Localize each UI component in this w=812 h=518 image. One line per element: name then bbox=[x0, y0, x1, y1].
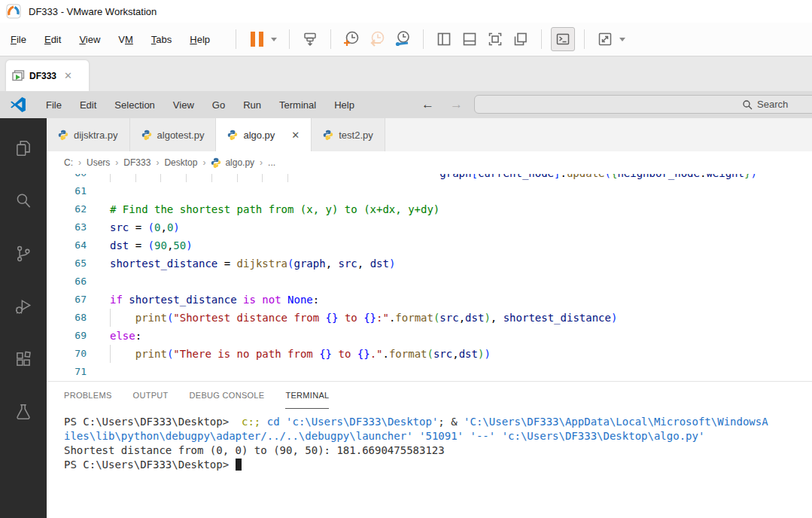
code-line-text bbox=[110, 363, 812, 381]
terminal-text bbox=[260, 416, 266, 428]
breadcrumb-item-C[interactable]: C: bbox=[64, 157, 73, 168]
terminal-text bbox=[413, 430, 419, 442]
terminal[interactable]: PS C:\Users\DF333\Desktop> c:; cd 'c:\Us… bbox=[47, 409, 812, 472]
vscode-menu-terminal[interactable]: Terminal bbox=[270, 99, 325, 111]
unity-mode-icon bbox=[512, 30, 530, 48]
show-thumbnail-bar-button[interactable] bbox=[458, 28, 481, 50]
breadcrumb-item-Desktop[interactable]: Desktop bbox=[164, 157, 197, 168]
activity-source-control-button[interactable] bbox=[5, 236, 41, 272]
panel-tab-problems[interactable]: PROBLEMS bbox=[64, 382, 112, 409]
code-token: update bbox=[567, 174, 605, 179]
panel-tab-debug-console[interactable]: DEBUG CONSOLE bbox=[190, 382, 265, 409]
send-ctrl-alt-del-button[interactable] bbox=[299, 28, 321, 50]
code-token: if bbox=[110, 294, 123, 306]
vscode-menu-run[interactable]: Run bbox=[234, 99, 270, 111]
tab-close-icon[interactable]: ✕ bbox=[291, 130, 300, 141]
code-token: = bbox=[217, 257, 236, 270]
code-token: dst bbox=[459, 348, 478, 360]
python-icon bbox=[58, 130, 68, 140]
indent-guide bbox=[135, 174, 136, 182]
indent-guide bbox=[186, 174, 187, 182]
code-token: = bbox=[129, 221, 147, 233]
terminal-cursor bbox=[236, 459, 242, 471]
console-view-button[interactable] bbox=[551, 27, 575, 51]
code-token: ) bbox=[186, 239, 192, 251]
panel-tab-terminal[interactable]: TERMINAL bbox=[285, 382, 329, 409]
toolbar-separator bbox=[584, 29, 585, 49]
vscode-menu-selection[interactable]: Selection bbox=[105, 99, 163, 111]
unity-mode-button[interactable] bbox=[509, 28, 532, 50]
show-library-button[interactable] bbox=[433, 28, 455, 50]
pause-dropdown-caret[interactable] bbox=[271, 38, 277, 41]
vmware-menu-edit[interactable]: Edit bbox=[44, 34, 61, 45]
vscode-logo-icon bbox=[10, 96, 26, 113]
indent-guide bbox=[110, 174, 111, 182]
code-token: 50 bbox=[173, 239, 186, 251]
terminal-text: 'c:\Users\DF333\Desktop' bbox=[286, 416, 438, 428]
line-number: 67 bbox=[47, 291, 87, 309]
breadcrumb-item-DF333[interactable]: DF333 bbox=[123, 157, 151, 168]
line-number: 71 bbox=[47, 363, 87, 381]
terminal-text: '--' bbox=[470, 430, 495, 442]
activity-search-button[interactable] bbox=[5, 183, 41, 219]
editor-tab-label: test2.py bbox=[339, 130, 373, 141]
terminal-text: ; & bbox=[438, 416, 464, 428]
code-line: 61 bbox=[47, 182, 812, 200]
indent-guide bbox=[211, 174, 212, 182]
vscode-menu-go[interactable]: Go bbox=[203, 99, 234, 111]
fullscreen-dropdown-caret[interactable] bbox=[619, 38, 625, 41]
command-center-search[interactable]: Search bbox=[474, 95, 812, 114]
take-snapshot-button[interactable] bbox=[340, 28, 363, 50]
ctrl-alt-del-icon bbox=[301, 30, 319, 48]
breadcrumb-label: Desktop bbox=[164, 157, 197, 168]
panel-tab-output[interactable]: OUTPUT bbox=[133, 382, 169, 409]
code-line-text: else: bbox=[110, 327, 812, 345]
vm-tab-df333[interactable]: DF333 ✕ bbox=[6, 60, 89, 91]
vmware-menu-vm[interactable]: VM bbox=[118, 34, 133, 45]
activity-extensions-button[interactable] bbox=[5, 341, 41, 377]
line-number: 66 bbox=[47, 273, 87, 291]
code-token: not bbox=[262, 294, 281, 306]
editor-tab-test2.py[interactable]: test2.py bbox=[312, 118, 385, 151]
fullscreen-mode-button[interactable] bbox=[484, 28, 506, 50]
activity-testing-button[interactable] bbox=[5, 394, 41, 430]
code-token: {} bbox=[363, 312, 376, 324]
nav-forward-button[interactable]: → bbox=[450, 91, 463, 118]
editor-tab-algotest.py[interactable]: algotest.py bbox=[130, 118, 217, 151]
breadcrumb-item-Users[interactable]: Users bbox=[87, 157, 110, 168]
code-line: 67if shortest_distance is not None: bbox=[47, 291, 812, 309]
vscode-menubar: FileEditSelectionViewGoRunTerminalHelp bbox=[37, 99, 363, 111]
code-token: format bbox=[389, 348, 427, 360]
vmware-menu-tabs[interactable]: Tabs bbox=[151, 34, 172, 45]
line-number: 68 bbox=[47, 309, 87, 327]
editor-tab-dijsktra.py[interactable]: dijsktra.py bbox=[47, 118, 130, 151]
vscode-menu-view[interactable]: View bbox=[164, 99, 203, 111]
code-line-text: shortest_distance = dijkstra(graph, src,… bbox=[110, 254, 812, 273]
toolbar-separator bbox=[289, 29, 290, 49]
activity-explorer-button[interactable] bbox=[5, 130, 41, 166]
activity-run-debug-button[interactable] bbox=[5, 288, 41, 325]
manage-snapshots-icon bbox=[393, 29, 412, 49]
code-editor[interactable]: 60 graph[current_node].update({neighbor_… bbox=[47, 174, 812, 381]
pause-vm-button[interactable] bbox=[245, 28, 268, 50]
vmware-menu-help[interactable]: Help bbox=[190, 34, 210, 45]
vscode-menu-file[interactable]: File bbox=[37, 99, 71, 111]
code-token: : bbox=[135, 330, 141, 342]
vmware-menu-file[interactable]: File bbox=[11, 34, 26, 45]
editor-tab-algo.py[interactable]: algo.py✕ bbox=[216, 118, 312, 151]
vscode-menu-edit[interactable]: Edit bbox=[71, 99, 105, 111]
breadcrumb-item-algo.py[interactable]: algo.py bbox=[211, 157, 254, 168]
line-number: 60 bbox=[47, 174, 87, 182]
revert-snapshot-button[interactable] bbox=[366, 28, 388, 50]
breadcrumb-separator: › bbox=[202, 157, 205, 168]
manage-snapshots-button[interactable] bbox=[391, 28, 414, 50]
enter-fullscreen-button[interactable] bbox=[594, 28, 616, 50]
nav-back-button[interactable]: ← bbox=[421, 91, 434, 118]
breadcrumb-item-...[interactable]: ... bbox=[268, 157, 275, 168]
vm-tab-close-icon[interactable]: ✕ bbox=[64, 70, 72, 81]
breadcrumb-label: ... bbox=[268, 157, 275, 168]
vmware-menu-view[interactable]: View bbox=[79, 34, 100, 45]
indent-guide bbox=[110, 345, 111, 363]
explorer-icon bbox=[14, 139, 33, 158]
vscode-menu-help[interactable]: Help bbox=[325, 99, 363, 111]
